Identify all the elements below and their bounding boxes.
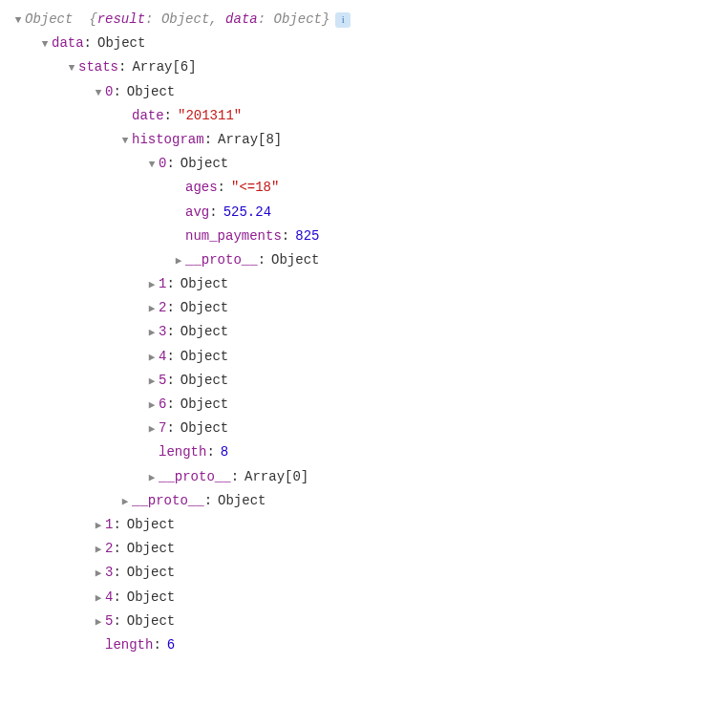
tree-row-stats-3[interactable]: 3: Object (11, 561, 690, 585)
brace-open: { (89, 11, 96, 27)
collapse-arrow-icon[interactable] (145, 373, 159, 392)
expand-arrow-icon[interactable] (92, 84, 105, 103)
summary-val-result: Object (161, 11, 209, 27)
key-avg: avg (185, 201, 209, 225)
key-stats-1: 1 (105, 513, 113, 537)
val-hist-1: Object (181, 272, 228, 296)
val-stats: Array[6] (132, 55, 196, 79)
tree-row-num-payments[interactable]: num_payments: 825 (11, 225, 690, 248)
val-hist-5: Object (181, 369, 228, 393)
val-stats-2: Object (127, 537, 175, 561)
collapse-arrow-icon[interactable] (118, 493, 132, 512)
tree-row-hist-4[interactable]: 4: Object (11, 345, 690, 369)
val-stats-0: Object (127, 80, 175, 104)
tree-row-ages[interactable]: ages: "<=18" (11, 176, 690, 200)
key-hist-2: 2 (159, 296, 166, 320)
tree-row-histogram[interactable]: histogram: Array[8] (11, 128, 690, 152)
summary-key-result: result (97, 11, 145, 27)
tree-row-stats-0[interactable]: 0: Object (11, 80, 690, 104)
val-data: Object (97, 32, 145, 55)
expand-arrow-icon[interactable] (118, 132, 132, 151)
tree-row-stats[interactable]: stats: Array[6] (11, 55, 690, 79)
key-stats-0: 0 (105, 80, 113, 104)
key-proto: __proto__ (185, 248, 258, 272)
val-hist-proto: Array[0] (244, 465, 308, 489)
collapse-arrow-icon[interactable] (92, 517, 105, 536)
tree-row-hist-length[interactable]: length: 8 (11, 440, 690, 464)
key-ages: ages (185, 176, 218, 200)
root-label: Object (25, 11, 73, 27)
collapse-arrow-icon[interactable] (145, 349, 159, 368)
expand-arrow-icon[interactable] (38, 35, 52, 54)
key-hist-6: 6 (159, 393, 166, 417)
key-histogram: histogram (132, 128, 204, 152)
tree-row-hist-2[interactable]: 2: Object (11, 296, 690, 320)
key-hist-0: 0 (159, 152, 166, 176)
collapse-arrow-icon[interactable] (172, 252, 185, 271)
tree-row-root[interactable]: Object {result: Object, data: Object} i (11, 8, 690, 32)
key-stats-3: 3 (105, 561, 113, 585)
collapse-arrow-icon[interactable] (145, 324, 159, 343)
val-hist-7: Object (181, 417, 228, 440)
tree-row-stats-5[interactable]: 5: Object (11, 610, 690, 633)
val-hist-4: Object (181, 345, 228, 369)
tree-row-stats-0-proto[interactable]: __proto__: Object (11, 489, 690, 513)
key-hist-proto: __proto__ (159, 465, 231, 489)
val-stats-4: Object (127, 586, 175, 610)
key-hist-3: 3 (159, 320, 166, 344)
val-hist-0: Object (181, 152, 228, 176)
expand-arrow-icon[interactable] (65, 59, 78, 78)
tree-row-data[interactable]: data: Object (11, 32, 690, 55)
tree-row-hist-5[interactable]: 5: Object (11, 369, 690, 393)
val-stats-5: Object (127, 610, 175, 633)
key-stats-4: 4 (105, 586, 113, 610)
tree-row-hist-0-proto[interactable]: __proto__: Object (11, 248, 690, 272)
tree-row-hist-proto[interactable]: __proto__: Array[0] (11, 465, 690, 489)
val-hist-length: 8 (221, 440, 228, 464)
key-stats: stats (78, 55, 118, 79)
expand-arrow-icon[interactable] (11, 11, 25, 31)
info-icon[interactable]: i (335, 12, 350, 28)
summary-key-data: data (225, 11, 258, 27)
key-stats-2: 2 (105, 537, 113, 561)
collapse-arrow-icon[interactable] (92, 541, 105, 560)
val-hist-6: Object (181, 393, 228, 417)
root-summary: Object {result: Object, data: Object} (25, 8, 329, 32)
key-hist-7: 7 (159, 417, 166, 440)
tree-row-hist-6[interactable]: 6: Object (11, 393, 690, 417)
tree-row-hist-7[interactable]: 7: Object (11, 417, 690, 440)
tree-row-stats-1[interactable]: 1: Object (11, 513, 690, 537)
key-num-payments: num_payments (185, 225, 282, 248)
key-hist-1: 1 (159, 272, 166, 296)
val-ages: "<=18" (231, 176, 279, 200)
collapse-arrow-icon[interactable] (145, 276, 159, 295)
val-avg: 525.24 (223, 201, 271, 225)
expand-arrow-icon[interactable] (145, 156, 159, 175)
tree-row-stats-4[interactable]: 4: Object (11, 586, 690, 610)
val-num-payments: 825 (295, 225, 319, 248)
summary-sep: , (209, 11, 225, 27)
summary-val-data: Object (274, 11, 322, 27)
brace-close: } (322, 11, 329, 27)
tree-row-date[interactable]: date: "201311" (11, 104, 690, 128)
key-date: date (132, 104, 164, 128)
key-stats-5: 5 (105, 610, 113, 633)
collapse-arrow-icon[interactable] (145, 396, 159, 416)
collapse-arrow-icon[interactable] (145, 300, 159, 319)
tree-row-hist-1[interactable]: 1: Object (11, 272, 690, 296)
tree-row-hist-3[interactable]: 3: Object (11, 320, 690, 344)
collapse-arrow-icon[interactable] (92, 613, 105, 632)
tree-row-stats-length[interactable]: length: 6 (11, 633, 690, 657)
key-hist-5: 5 (159, 369, 166, 393)
val-stats-length: 6 (167, 633, 175, 657)
tree-row-avg[interactable]: avg: 525.24 (11, 201, 690, 225)
val-hist-2: Object (181, 296, 228, 320)
tree-row-hist-0[interactable]: 0: Object (11, 152, 690, 176)
collapse-arrow-icon[interactable] (145, 420, 159, 439)
collapse-arrow-icon[interactable] (92, 565, 105, 584)
key-data: data (52, 32, 84, 55)
collapse-arrow-icon[interactable] (145, 469, 159, 488)
tree-row-stats-2[interactable]: 2: Object (11, 537, 690, 561)
val-stats-3: Object (127, 561, 175, 585)
collapse-arrow-icon[interactable] (92, 589, 105, 609)
